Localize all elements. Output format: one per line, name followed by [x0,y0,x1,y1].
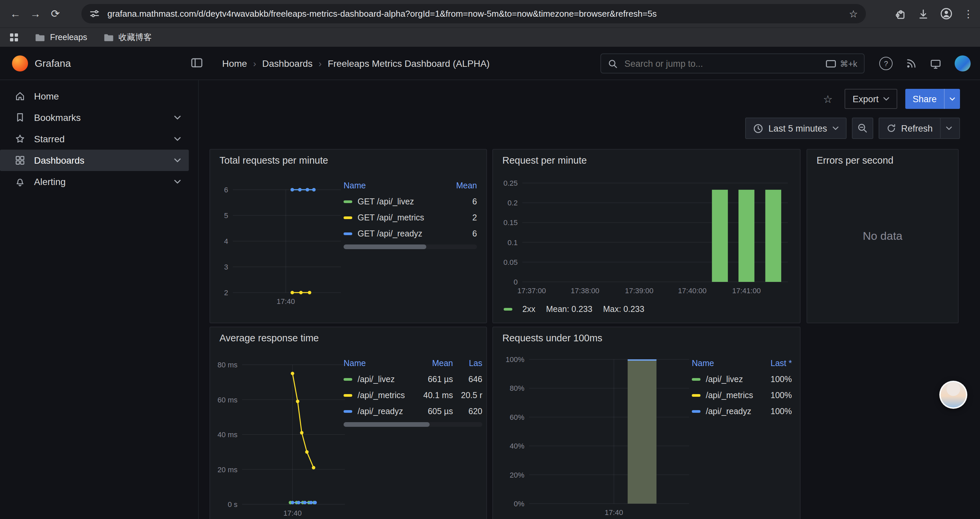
panel-errors-per-second: Errors per second No data [807,149,959,323]
share-menu-chevron[interactable] [944,89,960,109]
address-bar[interactable]: ☆ [81,4,866,23]
extensions-icon[interactable] [895,8,907,20]
legend-row[interactable]: /api/_livez661 µs646 [344,371,482,387]
export-button[interactable]: Export [845,89,897,109]
sidebar-collapse-icon[interactable] [191,57,203,68]
home-icon [15,91,25,102]
display-icon[interactable] [930,58,941,69]
panel-title[interactable]: Average response time [210,327,486,349]
browser-menu-icon[interactable]: ⋮ [963,8,973,20]
chevron-down-icon[interactable] [174,180,181,184]
chevron-down-icon[interactable] [174,137,181,141]
breadcrumb-dashboards[interactable]: Dashboards [262,58,313,69]
svg-text:5: 5 [224,211,228,220]
sidebar-item-home[interactable]: Home [0,86,189,107]
panel-title[interactable]: Requests under 100ms [493,327,800,349]
breadcrumb-home[interactable]: Home [222,58,247,69]
legend-scrollbar[interactable] [344,244,477,249]
floating-avatar[interactable] [939,381,967,409]
svg-text:17:41:00: 17:41:00 [732,287,761,295]
line-chart[interactable]: 80 ms60 ms40 ms20 ms0 s17:40 [214,351,350,519]
back-button[interactable]: ← [5,4,25,24]
sidebar-item-bookmarks[interactable]: Bookmarks [0,107,189,128]
legend-table[interactable]: NameMeanLas/api/_livez661 µs646/api/_met… [344,355,482,420]
sidebar-item-alerting[interactable]: Alerting [0,171,189,192]
reload-button[interactable]: ⟳ [45,4,65,24]
legend-table[interactable]: NameLast */api/_livez100%/api/_metrics10… [692,355,792,420]
profile-icon[interactable] [940,7,953,20]
url-input[interactable] [106,8,849,19]
user-avatar[interactable] [955,56,970,72]
legend-row[interactable]: /api/_metrics40.1 ms20.5 r [344,387,482,404]
no-data-message: No data [807,150,958,323]
refresh-interval-chevron[interactable] [940,118,952,138]
svg-text:60 ms: 60 ms [218,396,237,404]
legend-mean: Mean: 0.233 [546,305,592,314]
chevron-down-icon[interactable] [174,158,181,162]
legend-row[interactable]: /api/_metrics100% [692,387,792,404]
svg-text:17:37:00: 17:37:00 [517,287,546,295]
dashboard-area: ☆ Export Share Last 5 minutes [199,80,980,519]
chevron-down-icon [883,97,889,101]
svg-text:2: 2 [224,289,228,297]
chevron-down-icon[interactable] [174,115,181,120]
legend-row[interactable]: GET /api/_metrics2 [344,210,477,226]
help-icon[interactable]: ? [879,57,892,70]
svg-text:0.25: 0.25 [503,179,518,187]
downloads-icon[interactable] [917,8,929,20]
svg-text:0.1: 0.1 [508,238,518,247]
grafana-logo[interactable] [12,56,28,72]
bookmark-item-freeleaps[interactable]: Freeleaps [35,33,87,42]
legend-row[interactable]: /api/_readyz100% [692,404,792,420]
svg-text:3: 3 [224,263,228,271]
svg-text:0.05: 0.05 [503,258,518,267]
star-dashboard-icon[interactable]: ☆ [819,90,837,107]
svg-text:80%: 80% [510,384,524,393]
svg-text:100%: 100% [506,355,524,364]
svg-text:0.2: 0.2 [508,199,518,207]
scrollbar-thumb[interactable] [344,244,426,249]
legend-row[interactable]: /api/_livez100% [692,371,792,387]
legend-row[interactable]: /api/_readyz605 µs620 [344,404,482,420]
search-box[interactable]: ⌘+k [600,53,865,73]
bar-chart[interactable]: 100%80%60%40%20%0%17:40 [500,351,694,519]
forward-button[interactable]: → [25,4,45,24]
bell-icon [15,176,25,187]
sidebar-item-starred[interactable]: Starred [0,128,189,150]
legend-scrollbar[interactable] [344,422,482,427]
shortcut-hint: ⌘+k [826,58,857,69]
svg-text:60%: 60% [510,413,524,422]
site-info-icon[interactable] [89,9,99,19]
news-rss-icon[interactable] [906,58,916,69]
apps-grid-icon[interactable] [10,33,19,42]
svg-text:0%: 0% [514,500,524,508]
bookmark-star-icon[interactable]: ☆ [849,8,858,20]
bar-chart[interactable]: 0.250.20.150.10.05017:37:0017:38:0017:39… [498,172,796,303]
keyboard-icon [826,60,836,67]
refresh-button[interactable]: Refresh [878,118,960,139]
share-button[interactable]: Share [905,89,960,109]
legend-table[interactable]: NameMeanGET /api/_livez6GET /api/_metric… [344,178,477,242]
clock-icon [753,123,763,133]
line-chart[interactable]: 6543217:40 [214,174,348,319]
breadcrumb: Home › Dashboards › Freeleaps Metrics Da… [222,47,490,80]
svg-text:20 ms: 20 ms [218,466,237,474]
browser-toolbar: ← → ⟳ ☆ ⋮ [0,0,980,27]
zoom-out-button[interactable] [851,118,873,139]
time-range-picker[interactable]: Last 5 minutes [745,118,846,139]
scrollbar-thumb[interactable] [344,422,430,427]
legend-row[interactable]: GET /api/_livez6 [344,194,477,210]
svg-text:40%: 40% [510,442,524,450]
app-name: Grafana [35,57,71,69]
panel-title[interactable]: Total requests per minute [210,150,486,171]
legend-row[interactable]: GET /api/_readyz6 [344,226,477,242]
sidebar-item-dashboards[interactable]: Dashboards [0,150,189,171]
legend-inline[interactable]: 2xx Mean: 0.233 Max: 0.233 [504,305,644,314]
panel-title[interactable]: Request per minute [493,150,800,171]
screen: ← → ⟳ ☆ ⋮ Freele [0,0,980,519]
refresh-icon [886,124,896,133]
sidebar-nav: Home Bookmarks Starred Dashboards Alerti… [0,80,199,519]
bookmark-item-blogs[interactable]: 收藏博客 [103,32,152,43]
search-input[interactable] [623,58,821,69]
svg-text:0 s: 0 s [228,500,237,509]
